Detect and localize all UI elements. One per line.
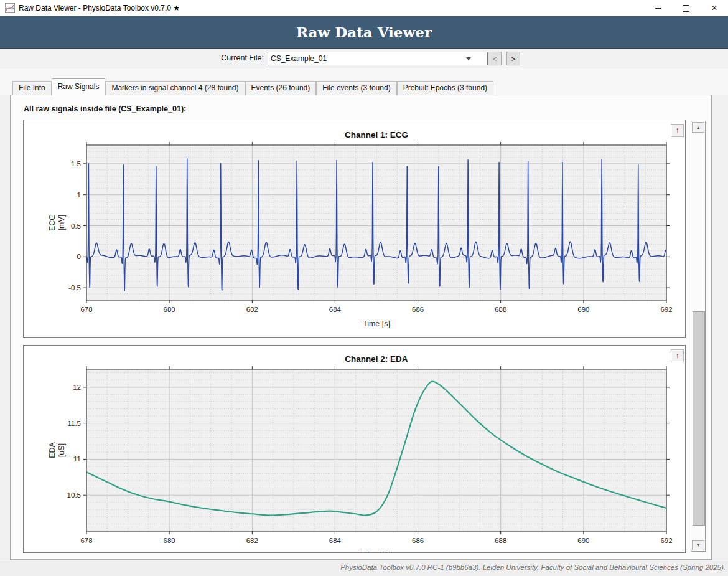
maximize-icon — [683, 5, 689, 12]
expand-ecg-channel-button[interactable]: ↑ — [671, 124, 684, 137]
svg-text:11: 11 — [73, 455, 81, 463]
svg-text:686: 686 — [412, 537, 424, 544]
scrollbar-thumb[interactable] — [693, 311, 705, 526]
ecg-plot-area[interactable]: 678680682684686688690692-0.500.511.5Chan… — [24, 120, 685, 337]
arrow-up-icon: ↑ — [676, 351, 679, 360]
svg-text:690: 690 — [577, 537, 589, 544]
arrow-up-icon: ↑ — [676, 126, 679, 135]
svg-text:690: 690 — [577, 306, 589, 313]
scroll-up-button[interactable]: ▲ — [692, 122, 704, 133]
svg-text:692: 692 — [660, 306, 672, 313]
signals-heading: All raw signals inside file (CS_Example_… — [24, 105, 186, 113]
next-file-button[interactable]: > — [506, 52, 520, 65]
footer-credit-text: PhysioData Toolbox v0.7.0 RC-1 (b9bb6a3)… — [340, 564, 726, 571]
svg-text:688: 688 — [495, 306, 506, 313]
svg-text:682: 682 — [246, 537, 258, 544]
title-bar: Raw Data Viewer - PhysioData Toolbox v0.… — [0, 0, 728, 16]
tab-prebuilt-epochs[interactable]: Prebuilt Epochs (3 found) — [397, 81, 493, 95]
app-icon — [5, 3, 15, 13]
triangle-down-icon: ▼ — [696, 543, 701, 547]
svg-text:11.5: 11.5 — [67, 420, 81, 427]
tab-raw-signals[interactable]: Raw Signals — [52, 78, 106, 95]
minimize-icon — [655, 8, 661, 9]
chevron-down-icon[interactable] — [463, 52, 474, 65]
current-file-combobox[interactable] — [268, 52, 488, 65]
svg-text:678: 678 — [80, 537, 92, 544]
window-title: Raw Data Viewer - PhysioData Toolbox v0.… — [19, 4, 180, 12]
svg-text:692: 692 — [660, 537, 672, 544]
eda-plot-area[interactable]: 67868068268468668869069210.51111.512Chan… — [24, 346, 685, 552]
svg-text:1.5: 1.5 — [71, 160, 81, 168]
svg-text:678: 678 — [80, 306, 92, 313]
svg-text:10.5: 10.5 — [67, 491, 81, 499]
tab-events[interactable]: Events (26 found) — [245, 81, 317, 95]
current-file-label: Current File: — [174, 54, 264, 62]
svg-text:12: 12 — [73, 384, 81, 391]
expand-eda-channel-button[interactable]: ↑ — [671, 349, 684, 362]
svg-text:Time [s]: Time [s] — [363, 550, 390, 552]
close-icon: ✕ — [711, 4, 717, 12]
previous-file-button[interactable]: < — [488, 52, 502, 65]
svg-text:Time [s]: Time [s] — [363, 319, 390, 328]
svg-text:Channel 1: ECG: Channel 1: ECG — [345, 130, 408, 139]
svg-text:0.5: 0.5 — [71, 222, 81, 230]
footer-bar: PhysioData Toolbox v0.7.0 RC-1 (b9bb6a3)… — [0, 560, 728, 576]
svg-text:682: 682 — [246, 306, 258, 313]
svg-text:686: 686 — [412, 306, 424, 313]
svg-text:Channel 2: EDA: Channel 2: EDA — [345, 354, 408, 364]
page-title: Raw Data Viewer — [0, 16, 728, 48]
close-button[interactable]: ✕ — [701, 0, 728, 16]
vertical-scrollbar[interactable]: ▲ ▼ — [691, 121, 706, 552]
tab-file-info[interactable]: File Info — [12, 81, 52, 95]
current-file-bar: Current File: < > — [0, 49, 728, 70]
ecg-channel-panel: 678680682684686688690692-0.500.511.5Chan… — [23, 120, 686, 338]
tab-file-events[interactable]: File events (3 found) — [316, 81, 396, 95]
maximize-button[interactable] — [672, 0, 699, 16]
svg-text:684: 684 — [329, 306, 342, 313]
header-band: Raw Data Viewer — [0, 16, 728, 49]
svg-text:0: 0 — [77, 253, 81, 260]
svg-text:688: 688 — [495, 537, 506, 544]
minimize-button[interactable] — [645, 0, 672, 16]
svg-text:EDA[uS]: EDA[uS] — [48, 441, 66, 458]
svg-text:680: 680 — [164, 537, 175, 544]
svg-text:ECG[mV]: ECG[mV] — [48, 214, 66, 231]
tab-markers[interactable]: Markers in signal channel 4 (28 found) — [105, 81, 245, 95]
tab-strip: File Info Raw Signals Markers in signal … — [12, 81, 493, 95]
svg-text:684: 684 — [329, 537, 342, 544]
eda-channel-panel: 67868068268468668869069210.51111.512Chan… — [23, 345, 686, 553]
scroll-down-button[interactable]: ▼ — [692, 540, 704, 550]
triangle-up-icon: ▲ — [696, 125, 701, 130]
svg-text:1: 1 — [77, 191, 81, 199]
svg-text:680: 680 — [164, 306, 175, 313]
svg-text:-0.5: -0.5 — [68, 284, 81, 291]
